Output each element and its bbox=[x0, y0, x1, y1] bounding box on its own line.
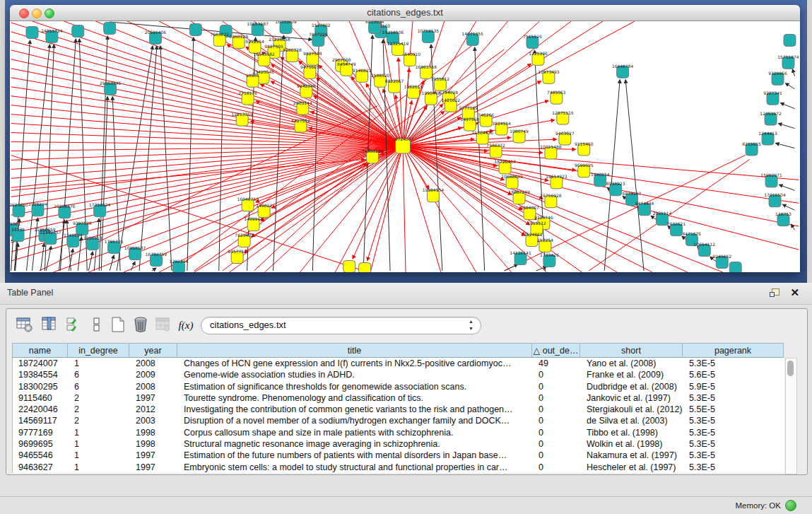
float-panel-icon[interactable] bbox=[770, 288, 779, 298]
table-cell[interactable]: 6 bbox=[69, 381, 130, 392]
select-rows-icon[interactable] bbox=[64, 315, 84, 335]
new-column-icon[interactable] bbox=[108, 315, 128, 335]
table-cell[interactable]: 5.5E-5 bbox=[683, 404, 784, 415]
table-cell[interactable]: Estimation of the future numbers of pati… bbox=[178, 450, 533, 461]
show-columns-icon[interactable] bbox=[40, 315, 59, 335]
table-cell[interactable]: 9699695 bbox=[13, 438, 69, 450]
network-window-titlebar[interactable]: citations_edges.txt bbox=[10, 5, 800, 21]
graph-node[interactable] bbox=[26, 26, 38, 38]
column-header-title[interactable]: title bbox=[177, 343, 532, 358]
table-cell[interactable]: 0 bbox=[533, 462, 581, 473]
table-cell[interactable]: Structural magnetic resonance image aver… bbox=[178, 438, 533, 450]
table-cell[interactable]: 0 bbox=[533, 427, 581, 438]
column-header-year[interactable]: year bbox=[129, 343, 177, 358]
table-cell[interactable]: 22420046 bbox=[13, 404, 69, 415]
table-cell[interactable]: Franke et al. (2009) bbox=[581, 369, 683, 380]
table-cell[interactable]: 18724007 bbox=[13, 358, 69, 369]
scrollbar-thumb[interactable] bbox=[787, 361, 794, 376]
table-cell[interactable]: 1 bbox=[69, 427, 130, 438]
column-header-pagerank[interactable]: pagerank bbox=[683, 343, 784, 358]
table-cell[interactable]: 1 bbox=[69, 438, 130, 450]
table-cell[interactable]: Yano et al. (2008) bbox=[581, 358, 683, 369]
table-cell[interactable]: Investigating the contribution of common… bbox=[178, 404, 533, 415]
table-cell[interactable]: 2008 bbox=[130, 381, 178, 392]
graph-node[interactable] bbox=[729, 262, 741, 272]
table-cell[interactable]: 2008 bbox=[130, 358, 178, 369]
graph-node[interactable] bbox=[104, 22, 116, 34]
table-cell[interactable]: 5.3E-5 bbox=[683, 438, 784, 450]
table-cell[interactable]: 5.3E-5 bbox=[683, 462, 784, 473]
column-header-out-degree[interactable]: △ out_de… bbox=[532, 343, 580, 358]
table-cell[interactable]: 5.3E-5 bbox=[683, 415, 784, 426]
table-cell[interactable]: Nakamura et al. (1997) bbox=[581, 450, 683, 461]
table-cell[interactable]: Embryonic stem cells: a model to study s… bbox=[178, 462, 533, 473]
table-cell[interactable]: 1997 bbox=[130, 392, 178, 404]
table-cell[interactable]: 6 bbox=[69, 369, 130, 380]
table-row[interactable]: 977716911998Corpus callosum shape and si… bbox=[13, 427, 784, 438]
table-cell[interactable]: 1997 bbox=[130, 450, 178, 461]
table-cell[interactable]: 9777169 bbox=[13, 427, 69, 438]
table-cell[interactable]: 2009 bbox=[130, 369, 178, 380]
graph-node[interactable] bbox=[359, 263, 371, 272]
table-cell[interactable]: 9463627 bbox=[13, 462, 69, 473]
table-row[interactable]: 946554611997Estimation of the future num… bbox=[13, 450, 784, 461]
graph-node[interactable] bbox=[343, 261, 355, 272]
close-panel-icon[interactable]: ✕ bbox=[790, 286, 799, 299]
table-cell[interactable]: Stergiakouli et al. (2012) bbox=[581, 404, 683, 415]
table-cell[interactable]: 2 bbox=[69, 415, 130, 426]
table-cell[interactable]: 14569117 bbox=[13, 415, 69, 426]
table-cell[interactable]: 1998 bbox=[130, 438, 178, 450]
table-row[interactable]: 1938455462009Genome-wide association stu… bbox=[13, 369, 784, 380]
row-stack-icon[interactable] bbox=[87, 315, 107, 335]
table-cell[interactable]: 49 bbox=[533, 358, 581, 369]
delete-column-icon[interactable] bbox=[131, 315, 151, 335]
table-row[interactable]: 2242004622012Investigating the contribut… bbox=[13, 404, 784, 415]
table-cell[interactable]: 19384554 bbox=[13, 369, 69, 380]
table-cell[interactable]: Changes of HCN gene expression and I(f) … bbox=[178, 358, 533, 369]
table-cell[interactable]: Tourette syndrome. Phenomenology and cla… bbox=[178, 392, 533, 404]
table-row[interactable]: 1830029562008Estimation of significance … bbox=[13, 381, 784, 392]
table-cell[interactable]: 1998 bbox=[130, 427, 178, 438]
network-view-window[interactable]: citations_edges.txt 24055724206914061065… bbox=[10, 5, 800, 272]
table-cell[interactable]: 5.3E-5 bbox=[683, 392, 784, 404]
table-cell[interactable]: 5.6E-5 bbox=[683, 369, 784, 380]
table-cell[interactable]: 1 bbox=[69, 358, 130, 369]
table-row[interactable]: 1456911722003Disruption of a novel membe… bbox=[13, 415, 784, 426]
table-cell[interactable]: 2003 bbox=[130, 415, 178, 426]
table-cell[interactable]: Hescheler et al. (1997) bbox=[581, 462, 683, 473]
table-cell[interactable]: 1997 bbox=[130, 462, 178, 473]
table-cell[interactable]: Corpus callosum shape and size in male p… bbox=[178, 427, 533, 438]
table-cell[interactable]: 9465546 bbox=[13, 450, 69, 461]
table-row[interactable]: 911546021997Tourette syndrome. Phenomeno… bbox=[13, 392, 784, 404]
table-cell[interactable]: 2 bbox=[69, 404, 130, 415]
table-cell[interactable]: 2012 bbox=[130, 404, 178, 415]
table-cell[interactable]: 5.3E-5 bbox=[683, 450, 784, 461]
table-cell[interactable]: 0 bbox=[533, 450, 581, 461]
graph-node[interactable] bbox=[72, 25, 84, 37]
table-cell[interactable]: 18300295 bbox=[13, 381, 69, 392]
table-cell[interactable]: 5.9E-5 bbox=[683, 381, 784, 392]
table-cell[interactable]: Dudbridge et al. (2008) bbox=[581, 381, 683, 392]
column-header-in-degree[interactable]: in_degree bbox=[68, 343, 129, 358]
table-mode-icon[interactable] bbox=[15, 315, 35, 335]
table-cell[interactable]: Estimation of significance thresholds fo… bbox=[178, 381, 533, 392]
table-cell[interactable]: 2 bbox=[69, 392, 130, 404]
table-cell[interactable]: 5.3E-5 bbox=[683, 427, 784, 438]
table-row[interactable]: 946362711997Embryonic stem cells: a mode… bbox=[13, 462, 784, 473]
table-cell[interactable]: Wolkin et al. (1998) bbox=[581, 438, 683, 450]
table-cell[interactable]: 5.3E-5 bbox=[683, 358, 784, 369]
column-header-short[interactable]: short bbox=[580, 343, 683, 358]
table-cell[interactable]: 9115460 bbox=[13, 392, 69, 404]
table-cell[interactable]: 0 bbox=[533, 415, 581, 426]
table-cell[interactable]: 0 bbox=[533, 438, 581, 450]
table-selector-dropdown[interactable]: citations_edges.txt ▲▼ bbox=[201, 317, 481, 334]
table-cell[interactable]: 0 bbox=[533, 381, 581, 392]
table-rows[interactable]: 1872400712008Changes of HCN gene express… bbox=[12, 358, 784, 473]
memory-ok-indicator-icon[interactable] bbox=[785, 500, 796, 511]
table-row[interactable]: 969969511998Structural magnetic resonanc… bbox=[13, 438, 784, 450]
table-cell[interactable]: de Silva et al. (2003) bbox=[581, 415, 683, 426]
table-row[interactable]: 1872400712008Changes of HCN gene express… bbox=[13, 358, 784, 369]
citation-network-graph[interactable]: 2405572420691406106532871527602846616010… bbox=[10, 21, 800, 272]
table-cell[interactable]: 1 bbox=[69, 462, 130, 473]
table-cell[interactable]: 0 bbox=[533, 392, 581, 404]
